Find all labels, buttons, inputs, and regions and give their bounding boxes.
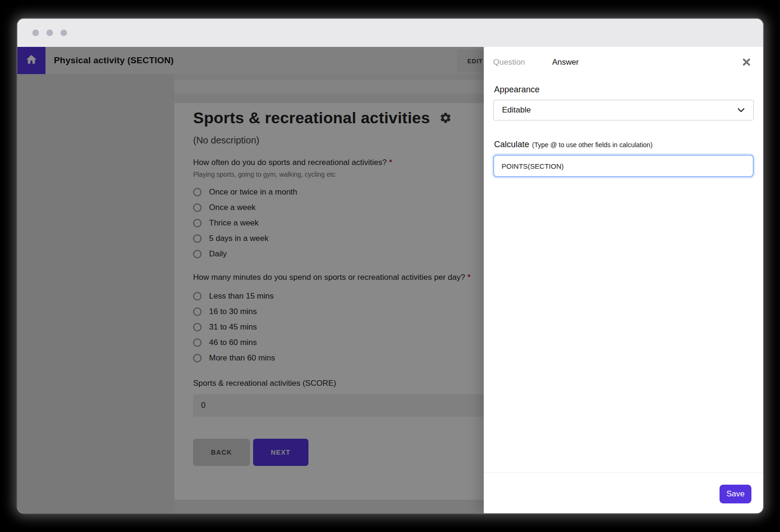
tab-answer[interactable]: Answer bbox=[552, 55, 579, 69]
browser-window: Physical activity (SECTION) EDIT Sports … bbox=[17, 19, 763, 513]
window-dot-icon[interactable] bbox=[32, 30, 39, 36]
window-dot-icon[interactable] bbox=[60, 30, 67, 36]
window-dot-icon[interactable] bbox=[46, 30, 53, 36]
calculate-input[interactable]: POINTS(SECTION) bbox=[493, 155, 754, 177]
window-controls[interactable] bbox=[32, 30, 67, 36]
close-panel-button[interactable] bbox=[740, 56, 753, 69]
save-button[interactable]: Save bbox=[720, 485, 751, 503]
calculate-input-value: POINTS(SECTION) bbox=[502, 162, 564, 170]
panel-tabs: Question Answer bbox=[493, 55, 754, 69]
appearance-label: Appearance bbox=[494, 85, 540, 95]
calculate-label: Calculate bbox=[494, 140, 529, 150]
calculate-label-row: Calculate (Type @ to use other fields in… bbox=[494, 140, 652, 150]
close-icon bbox=[742, 58, 751, 68]
appearance-select-value: Editable bbox=[502, 105, 531, 115]
browser-titlebar bbox=[17, 19, 763, 47]
answer-settings-panel: Question Answer Appearance Editable Calc… bbox=[484, 47, 763, 513]
calculate-hint: (Type @ to use other fields in calculati… bbox=[532, 141, 652, 149]
panel-footer: Save bbox=[484, 472, 763, 513]
tab-question[interactable]: Question bbox=[493, 55, 525, 69]
chevron-down-icon bbox=[737, 105, 745, 115]
appearance-select[interactable]: Editable bbox=[493, 100, 754, 120]
